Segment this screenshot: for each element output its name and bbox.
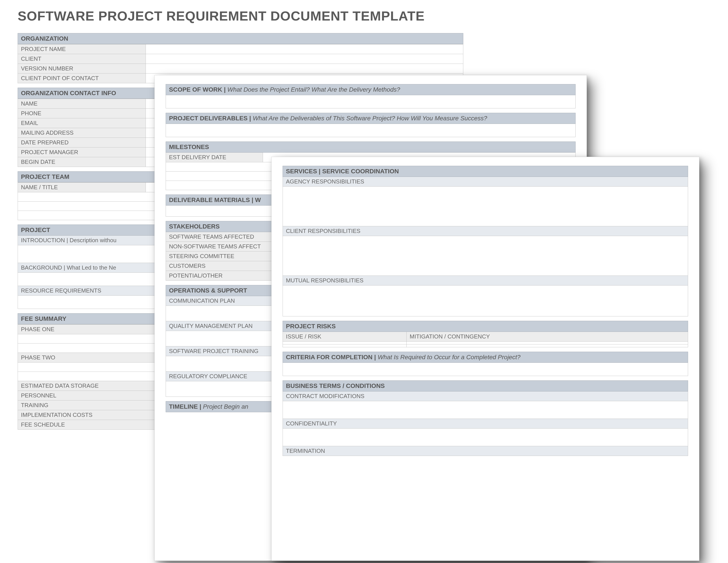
terms-confidentiality: CONFIDENTIALITY <box>283 419 688 429</box>
contact-begin-date: BEGIN DATE <box>18 157 146 167</box>
org-client: CLIENT <box>18 54 146 64</box>
criteria-value[interactable] <box>283 363 688 376</box>
fee-storage: ESTIMATED DATA STORAGE <box>18 381 163 391</box>
contact-date-prepared: DATE PREPARED <box>18 138 146 147</box>
org-version-value[interactable] <box>146 64 463 73</box>
stakeholders-customers: CUSTOMERS <box>166 261 289 271</box>
terms-confidentiality-value[interactable] <box>283 429 688 446</box>
fee-impl: IMPLEMENTATION COSTS <box>18 410 163 420</box>
stakeholders-other: POTENTIAL/OTHER <box>166 271 289 280</box>
terms-termination: TERMINATION <box>283 446 688 456</box>
services-header: SERVICES | SERVICE COORDINATION <box>283 166 688 177</box>
terms-header: BUSINESS TERMS / CONDITIONS <box>283 381 688 392</box>
stakeholders-nsw: NON-SOFTWARE TEAMS AFFECT <box>166 242 289 251</box>
contact-phone: PHONE <box>18 109 146 118</box>
services-mutual: MUTUAL RESPONSIBILITIES <box>283 276 688 286</box>
team-name-title: NAME / TITLE <box>18 182 146 192</box>
fee-training: TRAINING <box>18 401 163 410</box>
org-client-value[interactable] <box>146 54 463 64</box>
contact-name: NAME <box>18 99 146 108</box>
fee-personnel: PERSONNEL <box>18 391 163 400</box>
services-client-value[interactable] <box>283 236 688 276</box>
org-project-name-value[interactable] <box>146 44 463 54</box>
stakeholders-sw: SOFTWARE TEAMS AFFECTED <box>166 232 289 241</box>
scope-header: SCOPE OF WORK | What Does the Project En… <box>166 84 576 95</box>
deliverables-header: PROJECT DELIVERABLES | What Are the Deli… <box>166 113 576 124</box>
contact-mailing: MAILING ADDRESS <box>18 128 146 137</box>
milestones-est: EST DELIVERY DATE <box>166 152 263 162</box>
services-client: CLIENT RESPONSIBILITIES <box>283 226 688 236</box>
fee-phase-one: PHASE ONE <box>18 325 163 334</box>
risks-mitigation-col: MITIGATION / CONTINGENCY <box>406 332 688 341</box>
risks-row[interactable] <box>406 342 688 344</box>
milestones-header: MILESTONES <box>166 141 576 152</box>
risks-row[interactable] <box>283 345 406 347</box>
risks-header: PROJECT RISKS <box>283 321 688 332</box>
stakeholders-steering: STEERING COMMITTEE <box>166 251 289 261</box>
criteria-header: CRITERIA FOR COMPLETION | What Is Requir… <box>283 352 688 363</box>
org-version: VERSION NUMBER <box>18 64 146 73</box>
doc-title: SOFTWARE PROJECT REQUIREMENT DOCUMENT TE… <box>18 8 425 24</box>
services-agency: AGENCY RESPONSIBILITIES <box>283 177 688 186</box>
fee-schedule: FEE SCHEDULE <box>18 420 163 430</box>
org-poc: CLIENT POINT OF CONTACT <box>18 73 146 83</box>
organization-header: ORGANIZATION <box>18 33 463 44</box>
contact-pm: PROJECT MANAGER <box>18 147 146 157</box>
services-agency-value[interactable] <box>283 186 688 226</box>
risks-row[interactable] <box>406 345 688 347</box>
fee-phase-two: PHASE TWO <box>18 353 163 362</box>
services-mutual-value[interactable] <box>283 286 688 317</box>
terms-contract: CONTRACT MODIFICATIONS <box>283 392 688 401</box>
deliverables-value[interactable] <box>166 124 576 137</box>
risks-row[interactable] <box>283 342 406 344</box>
terms-contract-value[interactable] <box>283 401 688 419</box>
contact-email: EMAIL <box>18 118 146 128</box>
page-3: SERVICES | SERVICE COORDINATION AGENCY R… <box>271 157 699 561</box>
scope-value[interactable] <box>166 95 576 108</box>
org-project-name: PROJECT NAME <box>18 44 146 54</box>
risks-issue-col: ISSUE / RISK <box>283 332 406 341</box>
